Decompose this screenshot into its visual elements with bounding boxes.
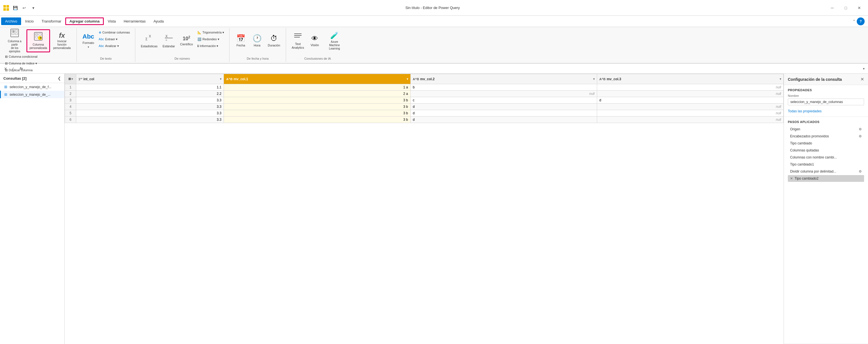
collapse-ribbon-icon[interactable]: ⌃ (852, 19, 856, 23)
ribbon-btn-duracion[interactable]: ⏱ Duración (266, 29, 282, 52)
ribbon-group-numero-label: De número (139, 56, 226, 61)
minimize-button[interactable]: ─ (826, 3, 839, 12)
mv-col1-dropdown[interactable]: ▾ (407, 78, 408, 81)
step-encabezados-gear[interactable]: ⚙ (859, 134, 862, 138)
save-icon[interactable]: 💾 (11, 4, 19, 12)
invocar-funcion-label: Invocar funciónpersonalizada (53, 40, 71, 50)
cell-row4-mvcol2: d (410, 104, 597, 110)
step-origen-gear[interactable]: ⚙ (859, 127, 862, 131)
menu-herramientas[interactable]: Herramientas (120, 18, 150, 25)
ribbon-btn-informacion[interactable]: ℹ Información ▾ (196, 43, 226, 49)
menu-agregar-columna[interactable]: Agregar columna (65, 18, 104, 25)
menu-transformar[interactable]: Transformar (38, 18, 65, 25)
menu-right: ⌃ ? (852, 18, 867, 25)
window-title: Sin título - Editor de Power Query (39, 6, 826, 10)
ribbon-btn-redondeo[interactable]: 🔢 Redondeo ▾ (196, 36, 226, 42)
ribbon-btn-estandar[interactable]: X ÷ Estándar (160, 29, 177, 52)
ribbon-btn-invocar-funcion[interactable]: fx Invocar funciónpersonalizada (51, 29, 73, 52)
ribbon-items-fecha: 📅 Fecha 🕐 Hora ⏱ Duración (233, 29, 282, 56)
dropdown-icon[interactable]: ▾ (29, 4, 37, 12)
ribbon-btn-combinar[interactable]: ⊕ Combinar columnas (97, 29, 132, 35)
sidebar-collapse-btn[interactable]: ❮ (58, 76, 61, 81)
ribbon-btn-formato[interactable]: Abc Formato▾ (80, 29, 96, 52)
ribbon-btn-vision[interactable]: 👁 Visión (307, 29, 322, 52)
step-tipo-cambiado1[interactable]: Tipo cambiado1 (788, 161, 864, 168)
ribbon-btn-cientifico[interactable]: 102 Científico (178, 29, 195, 52)
cell-row3-mvcol3: d (597, 97, 783, 104)
formula-confirm-btn[interactable]: ✓ (9, 65, 16, 72)
svg-text:X: X (149, 34, 151, 38)
sidebar-header: Consultas [2] ❮ (0, 74, 64, 83)
analizar-label: Analizar ▾ (105, 44, 119, 48)
right-panel-close-btn[interactable]: ✕ (860, 77, 864, 82)
col-header-mv-col1[interactable]: A^B mv_col.1 ▾ (224, 74, 410, 84)
menu-inicio[interactable]: Inicio (21, 18, 37, 25)
ribbon-btn-fecha[interactable]: 📅 Fecha (233, 29, 249, 52)
svg-rect-2 (3, 8, 6, 11)
main-layout: Consultas [2] ❮ ⊞ seleccion_y_manejo_de_… (0, 74, 868, 344)
step-dividir-columna[interactable]: Dividir columna por delimitad... ⚙ (788, 168, 864, 175)
ribbon-btn-estadisticas[interactable]: Σ X Estadísticas (139, 29, 160, 52)
panel-name-input[interactable] (788, 98, 864, 105)
ribbon-btn-columna-ejemplos[interactable]: ≡ Columna a partirde los ejemplos (3, 29, 26, 52)
step-origen[interactable]: Origen ⚙ (788, 126, 864, 133)
step-tipo-cambiado2[interactable]: ✕ Tipo cambiado2 (788, 175, 864, 182)
ribbon-group-ia-label: Conclusiones de IA (289, 56, 346, 61)
cell-row3-num: 3 (65, 97, 76, 104)
col-header-int-col[interactable]: 1²³ int_col ▾ (76, 74, 224, 84)
ribbon-btn-extraer[interactable]: Abc Extraer ▾ (97, 36, 132, 42)
step-tipo-cambiado-text: Tipo cambiado (790, 141, 862, 145)
cell-row4-num: 4 (65, 104, 76, 110)
steps-list: Origen ⚙ Encabezados promovidos ⚙ Tipo c… (788, 126, 864, 182)
menu-ayuda[interactable]: Ayuda (150, 18, 168, 25)
ribbon-btn-azure-ml[interactable]: 🧪 Azure MachineLearning (323, 29, 346, 52)
panel-all-props-link[interactable]: Todas las propiedades (788, 109, 822, 113)
close-button[interactable]: ✕ (853, 3, 866, 12)
columna-indice-label: Columna de índice ▾ (9, 62, 37, 65)
formula-expand-btn[interactable]: ▾ (862, 67, 866, 71)
ribbon-btn-columna-personalizada[interactable]: ✦ Columnapersonalizada (26, 29, 50, 52)
ribbon-group-texto-label: De texto (80, 56, 131, 61)
columna-ejemplos-icon: ≡ (10, 28, 19, 39)
step-dividir-gear[interactable]: ⚙ (859, 169, 862, 173)
maximize-button[interactable]: □ (839, 3, 852, 12)
duracion-label: Duración (268, 44, 280, 47)
ribbon-items-ia: TextAnalytics 👁 Visión 🧪 Azure MachineLe… (289, 29, 346, 56)
query2-table-icon: ⊞ (4, 92, 7, 96)
table-filter-icon[interactable]: ▾ (71, 78, 73, 81)
sidebar-item-query2[interactable]: ⊞ seleccion_y_manejo_de_... (0, 91, 64, 98)
mv-col2-dropdown[interactable]: ▾ (593, 78, 595, 81)
table-settings-icon[interactable]: ⊞ (68, 77, 71, 81)
query1-label: seleccion_y_manejo_de_f... (9, 85, 52, 89)
step-dividir-columna-text: Dividir columna por delimitad... (790, 169, 857, 173)
ribbon-btn-hora[interactable]: 🕐 Hora (249, 29, 265, 52)
cell-row1-num: 1 (65, 84, 76, 91)
ribbon-btn-columna-condicional[interactable]: ⊟ Columna condicional (3, 54, 39, 60)
ribbon-btn-trigonometria[interactable]: 📐 Trigonometría ▾ (196, 29, 226, 35)
formula-input[interactable]: = Table.TransformColumnTypes(#"Dividir c… (26, 67, 861, 71)
svg-rect-0 (3, 5, 6, 8)
step-tipo-cambiado[interactable]: Tipo cambiado (788, 140, 864, 147)
svg-rect-1 (6, 5, 9, 8)
ribbon-btn-text-analytics[interactable]: TextAnalytics (289, 29, 306, 52)
sidebar-item-query1[interactable]: ⊞ seleccion_y_manejo_de_f... (0, 83, 64, 91)
columna-personalizada-icon: ✦ (34, 32, 43, 42)
columna-condicional-label: Columna condicional (9, 55, 37, 58)
step-columnas-quitadas-text: Columnas quitadas (790, 148, 862, 152)
step-columnas-quitadas[interactable]: Columnas quitadas (788, 147, 864, 154)
cell-row5-intcol: 3.3 (76, 110, 224, 117)
step-columnas-nombre[interactable]: Columnas con nombre cambi... (788, 154, 864, 161)
panel-steps-title: PASOS APLICADOS (788, 120, 864, 123)
col-header-mv-col2[interactable]: A^B mv_col.2 ▾ (410, 74, 597, 84)
int-col-dropdown[interactable]: ▾ (220, 78, 221, 81)
step-encabezados[interactable]: Encabezados promovidos ⚙ (788, 133, 864, 140)
ribbon-btn-analizar[interactable]: Abc Analizar ▾ (97, 43, 132, 49)
menu-archivo[interactable]: Archivo (1, 18, 21, 25)
step-tipo-cambiado2-delete[interactable]: ✕ (790, 176, 793, 180)
help-button[interactable]: ? (857, 18, 865, 25)
col-header-mv-col3[interactable]: A^B mv_col.3 ▾ (597, 74, 783, 84)
undo-icon[interactable]: ↩ (20, 4, 28, 12)
menu-vista[interactable]: Vista (104, 18, 120, 25)
mv-col3-dropdown[interactable]: ▾ (780, 78, 781, 81)
formula-cancel-btn[interactable]: ✕ (2, 65, 9, 72)
